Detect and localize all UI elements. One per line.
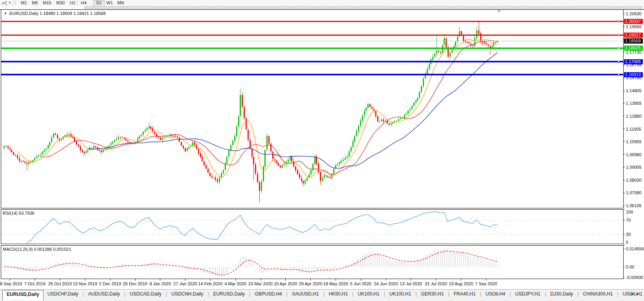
macd-axis-tick [623, 267, 625, 267]
price-axis-label: 1.20630 [626, 11, 642, 16]
date-axis-label: 4 Mar 2020 [223, 281, 248, 286]
price-axis-label: 1.12880 [626, 114, 642, 119]
chart-tab-EURUSD-Daily[interactable]: EURUSD,Daily [209, 290, 249, 300]
date-axis-tick [110, 279, 110, 281]
chart-tab-USDCHF-Daily[interactable]: USDCHF,Daily [44, 290, 83, 300]
mt4-window: ▼ M1M5M15M30H1H4D1W1MN ▼ EURUSD,Daily 1.… [0, 0, 644, 301]
price-axis-label: 1.11905 [626, 127, 641, 131]
support-line-1.18025[interactable] [1, 47, 623, 49]
chart-tab-UK100-H1[interactable]: UK100,H1 [354, 290, 383, 300]
level-line-handle[interactable] [618, 74, 620, 76]
date-axis-label: 19 Aug 2020 [448, 281, 473, 286]
level-line-handle[interactable] [618, 34, 620, 36]
price-axis-tick [623, 141, 625, 142]
date-axis-tick [461, 279, 461, 281]
level-line-handle[interactable] [618, 20, 620, 22]
macd-axis-label: -0.009001 [626, 275, 644, 280]
support-line-1.16013[interactable] [1, 74, 623, 75]
date-axis-label: 10 Apr 2020 [273, 281, 298, 286]
price-axis-label: 1.09980 [626, 152, 642, 157]
chart-title: EURUSD,Daily 1.18480 1.18609 1.18421 1.1… [9, 11, 106, 16]
level-price-tag[interactable]: 1.17005 [624, 59, 643, 64]
rsi-axis-label: 100 [626, 210, 633, 214]
date-axis-tick [235, 279, 236, 281]
resistance-line-1.19017[interactable] [1, 35, 623, 36]
price-axis-label: 1.08030 [626, 178, 642, 182]
date-axis-label: 27 Jan 2020 [173, 281, 198, 286]
rsi-axis-tick [623, 220, 625, 221]
chart-canvas[interactable] [0, 0, 644, 301]
price-axis-label: 1.09005 [626, 165, 642, 170]
chart-tab-USOil-H4[interactable]: USOil,H4 [482, 290, 509, 300]
price-axis-tick [623, 78, 625, 78]
price-axis-label: 1.19655 [626, 24, 642, 29]
date-axis-label: 7 Oct 2019 [22, 281, 48, 286]
chart-tab-EURUSD-Daily[interactable]: EURUSD,Daily [2, 290, 44, 300]
chart-tab-CHINA300-H1[interactable]: CHINA300,H1 [579, 290, 617, 300]
level-price-tag[interactable]: 1.16013 [624, 72, 643, 77]
date-axis-tick [210, 279, 211, 281]
macd-axis-tick [623, 278, 625, 278]
price-axis-tick [623, 129, 625, 129]
date-axis-tick [386, 279, 386, 281]
date-axis-tick [261, 279, 261, 281]
rsi-axis-label: 70 [626, 218, 631, 223]
tabs-scroll-left-icon[interactable]: ◄ [630, 292, 636, 296]
chart-tab-GER30-H1[interactable]: GER30,H1 [417, 290, 448, 300]
date-axis-label: 23 Mar 2020 [248, 281, 273, 286]
price-axis-label: 1.06105 [626, 203, 642, 208]
chart-tabbar: EURUSD,DailyUSDCHF,Daily|AUDUSD,Daily|US… [0, 289, 644, 301]
chart-tab-UK100-H1[interactable]: UK100,H1 [385, 290, 415, 300]
date-axis-tick [185, 279, 185, 281]
chart-tab-USDCAD-Daily[interactable]: USDCAD,Daily [126, 290, 165, 300]
level-line-handle[interactable] [618, 61, 620, 63]
date-axis-label: 7 Sep 2020 [473, 281, 499, 286]
resistance-line-1.20037[interactable] [1, 21, 623, 22]
price-axis-tick [623, 180, 625, 181]
tabs-scroll-right-icon[interactable]: ► [636, 292, 642, 296]
macd-axis-label: 0.00 [626, 265, 634, 269]
price-axis-tick [623, 103, 625, 104]
chart-title-collapse-icon[interactable]: ▼ [4, 11, 7, 16]
macd-label: MACD(12,26,9) 0.001286 0.001521 [3, 247, 71, 252]
date-axis-label: 2 Dec 2019 [97, 281, 123, 286]
price-axis-label: 1.10955 [626, 139, 642, 144]
price-axis-label: 1.07080 [626, 190, 642, 195]
date-axis-tick [411, 279, 411, 281]
chart-tab-USDCNH-Daily[interactable]: USDCNH,Daily [167, 290, 207, 300]
chart-tab-AUDUSD-Daily[interactable]: AUDUSD,Daily [84, 290, 124, 300]
date-axis-label: 13 Nov 2019 [72, 281, 97, 286]
date-axis-label: 25 Oct 2019 [48, 281, 73, 286]
rsi-label: RSI(14) 53.7936 [3, 211, 35, 215]
date-axis-label: 29 Apr 2020 [298, 281, 323, 286]
date-axis-label: 13 Jul 2020 [398, 281, 424, 286]
chart-tab-GBPUSD-H4[interactable]: GBPUSD,H4 [251, 290, 286, 300]
level-price-tag[interactable]: 1.19017 [624, 33, 643, 38]
price-axis-tick [623, 116, 625, 116]
macd-axis-label: 0.014556 [626, 246, 644, 251]
level-line-handle[interactable] [618, 47, 620, 49]
chart-shift-marker-icon[interactable] [497, 10, 501, 13]
current-price-tag: 1.18568 [624, 38, 643, 44]
support-line-1.17005[interactable] [1, 61, 623, 62]
price-axis-tick [623, 206, 625, 206]
chart-tab-XAUUSD-H1[interactable]: XAUUSD,H1 [288, 290, 323, 300]
chart-tab-DJ30-Daily[interactable]: DJ30,Daily [547, 290, 577, 300]
price-axis-tick [623, 154, 625, 155]
date-axis-tick [310, 279, 311, 281]
price-axis-tick [623, 26, 625, 27]
level-price-tag[interactable]: 1.18025 [624, 46, 643, 51]
date-axis-tick [35, 279, 35, 281]
price-axis-tick [623, 167, 625, 168]
price-axis-tick [623, 65, 625, 65]
date-axis-label: 14 Feb 2020 [198, 281, 223, 286]
price-axis-label: 1.13855 [626, 101, 642, 106]
chart-tab-USDJPY-H1[interactable]: USDJPY,H1 [511, 290, 544, 300]
chart-tab-HK50-H1[interactable]: HK50,H1 [325, 290, 352, 300]
date-axis-tick [285, 279, 286, 281]
chart-tab-list: EURUSD,DailyUSDCHF,Daily|AUDUSD,Daily|US… [2, 290, 644, 300]
level-price-tag[interactable]: 1.20037 [624, 19, 643, 24]
chart-tab-FRA40-H1[interactable]: FRA40,H1 [450, 290, 480, 300]
date-axis-label: 18 May 2020 [323, 281, 348, 286]
date-axis-tick [60, 279, 60, 281]
